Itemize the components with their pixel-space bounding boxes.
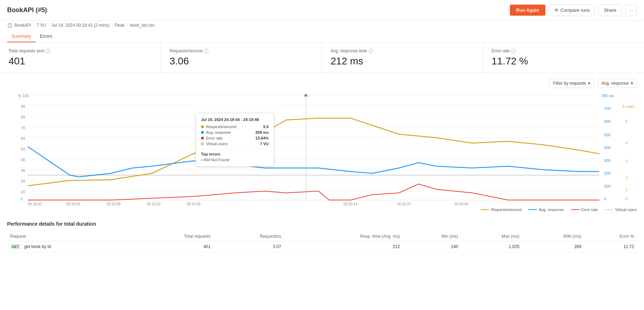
avg-response-dropdown-label: Avg. response (602, 81, 629, 86)
share-button[interactable]: Share (598, 4, 622, 16)
svg-text:% 100: % 100 (18, 94, 29, 98)
requests-per-second-value: 3.06 (170, 56, 313, 67)
tab-summary[interactable]: Summary (7, 31, 36, 42)
tooltip-row-vu: Virtual users 7 VU (201, 142, 269, 146)
metric-avg-response: Avg. response time i 212 ms (322, 43, 483, 73)
svg-text:00:19:22: 00:19:22 (147, 202, 161, 205)
tooltip-dot-avg (201, 131, 204, 134)
tooltip-dot-vu (201, 142, 204, 145)
legend-error-rate: Error rate (571, 207, 598, 212)
tabs: Summary Errors (0, 31, 644, 43)
cell-request-name: GET get book by Id (7, 241, 129, 252)
svg-text:0: 0 (604, 197, 606, 201)
avg-response-dropdown[interactable]: Avg. response ▾ (598, 79, 637, 88)
tooltip-row-error: Error rate 13.64% (201, 136, 269, 140)
tooltip-label-avg: Avg. response (206, 130, 253, 135)
col-min-ms: Min (ms) (403, 232, 461, 241)
method-badge: GET (10, 244, 21, 249)
metrics-row: Total requests sent i 401 Requests/secon… (0, 43, 644, 73)
compare-runs-button[interactable]: ⟲ Compare runs (549, 4, 595, 16)
filter-by-requests-dropdown[interactable]: Filter by requests ▾ (549, 79, 594, 88)
header-actions: Run Again ⟲ Compare runs Share ··· (510, 4, 637, 16)
svg-text:200: 200 (604, 171, 610, 175)
col-max-ms: Max (ms) (461, 232, 522, 241)
tooltip-errors: Top errors • 404 Not Found (201, 149, 269, 162)
svg-text:10: 10 (21, 190, 25, 194)
vu-count: 7 VU (37, 23, 46, 28)
tooltip-label-req: Requests/second (206, 125, 261, 129)
cell-min-ms: 140 (403, 241, 461, 252)
svg-text:00:18:43: 00:18:43 (28, 202, 42, 205)
run-again-button[interactable]: Run Again (510, 5, 546, 16)
svg-text:700: 700 (604, 106, 610, 111)
svg-text:70: 70 (21, 126, 25, 130)
tooltip-dot-error (201, 137, 204, 140)
svg-text:00:20:14: 00:20:14 (343, 202, 358, 205)
cell-resp-time-avg: 212 (284, 241, 403, 252)
svg-text:600: 600 (604, 119, 610, 124)
more-options-button[interactable]: ··· (625, 4, 637, 16)
total-requests-label: Total requests sent (9, 48, 44, 53)
legend-line-avg (528, 209, 537, 210)
requests-per-second-info-icon[interactable]: i (204, 49, 208, 53)
metric-total-requests: Total requests sent i 401 (0, 43, 161, 73)
table-row: GET get book by Id 401 3.07 212 140 1,02… (7, 241, 637, 252)
total-requests-info-icon[interactable]: i (46, 49, 51, 53)
run-date: Jul 19, 2024 00:18:41 (2 mins) (52, 23, 109, 28)
metric-requests-per-second: Requests/second i 3.06 (161, 43, 322, 73)
svg-text:90: 90 (21, 104, 25, 109)
cell-p90-ms: 269 (522, 241, 584, 252)
col-error-pct: Error % (584, 232, 637, 241)
col-total-requests: Total requests (129, 232, 213, 241)
tooltip-errors-title: Top errors (201, 152, 269, 156)
svg-text:0: 0 (21, 197, 23, 201)
filter-label: Filter by requests (553, 81, 586, 86)
svg-text:780 ms: 780 ms (601, 94, 614, 98)
svg-text:6 req/s: 6 req/s (623, 104, 635, 109)
tooltip-label-error: Error rate (206, 136, 253, 140)
page-title: BookAPI (#5) (7, 6, 510, 14)
tooltip-row-avg: Avg. response 209 ms (201, 130, 269, 135)
svg-text:80: 80 (21, 115, 25, 119)
svg-text:60: 60 (21, 136, 25, 141)
total-requests-value: 401 (9, 56, 152, 67)
svg-text:500: 500 (604, 133, 610, 137)
clipboard-icon: 📋 (7, 23, 12, 28)
legend-label-error: Error rate (581, 207, 598, 212)
avg-response-value: 212 ms (331, 56, 474, 67)
tooltip-row-req: Requests/second 5.5 (201, 125, 269, 129)
avg-response-info-icon[interactable]: i (369, 49, 373, 53)
request-name: get book by Id (24, 244, 51, 249)
chevron-down-icon: ▾ (588, 81, 590, 86)
svg-text:3: 3 (625, 159, 628, 163)
chart-controls: Filter by requests ▾ Avg. response ▾ (7, 79, 637, 88)
tooltip-title: Jul 19, 2024 24:19:44 - 24:19:48 (201, 117, 269, 122)
svg-text:30: 30 (21, 168, 25, 173)
compare-icon: ⟲ (554, 7, 558, 13)
col-resp-time-avg: Resp. time (Avg. ms) (284, 232, 403, 241)
cell-error-pct: 11.72 (584, 241, 637, 252)
legend-label-avg: Avg. response (539, 207, 564, 212)
requests-per-second-label: Requests/second (170, 48, 203, 53)
avg-response-label: Avg. response time (331, 48, 367, 53)
svg-text:1: 1 (625, 188, 628, 192)
cell-total-requests: 401 (129, 241, 213, 252)
cell-max-ms: 1,025 (461, 241, 522, 252)
error-rate-info-icon[interactable]: i (511, 49, 516, 53)
legend-virtual-users: Virtual users (605, 207, 637, 212)
legend-label-req: Requests/second (491, 207, 521, 212)
tab-errors[interactable]: Errors (36, 31, 57, 42)
chart-tooltip: Jul 19, 2024 24:19:44 - 24:19:48 Request… (196, 113, 274, 167)
tooltip-error-item: • 404 Not Found (201, 158, 269, 162)
table-header-row: Request Total requests Requests/s Resp. … (7, 232, 637, 241)
tooltip-dot-req (201, 125, 204, 128)
tooltip-val-req: 5.5 (263, 125, 269, 129)
cell-requests-s: 3.07 (213, 241, 284, 252)
svg-text:00:19:09: 00:19:09 (107, 202, 121, 205)
peak-label: Peak (115, 23, 125, 28)
chart-container: % 100 90 80 70 60 50 40 30 20 10 0 780 m… (7, 91, 637, 205)
legend-avg-response: Avg. response (528, 207, 564, 212)
legend-line-vu (605, 209, 613, 210)
tooltip-val-avg: 209 ms (255, 130, 269, 135)
svg-text:400: 400 (604, 146, 610, 150)
